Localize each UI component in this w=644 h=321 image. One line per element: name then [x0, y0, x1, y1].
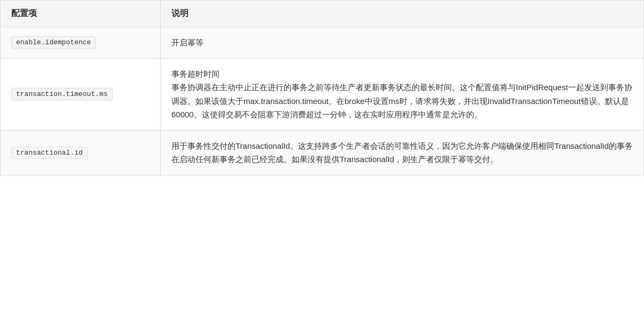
config-desc-cell: 用于事务性交付的TransactionalId。这支持跨多个生产者会话的可靠性语…	[161, 130, 644, 175]
config-key-cell: transaction.timeout.ms	[1, 58, 161, 130]
config-key-cell: transactional.id	[1, 130, 161, 175]
table-row: transactional.id用于事务性交付的TransactionalId。…	[1, 130, 644, 175]
config-key-label: enable.idempotence	[11, 36, 96, 49]
table-row: transaction.timeout.ms事务超时时间事务协调器在主动中止正在…	[1, 58, 644, 130]
table-row: enable.idempotence开启幂等	[1, 27, 644, 59]
col-header-key: 配置项	[1, 1, 161, 27]
config-table: 配置项 说明 enable.idempotence开启幂等transaction…	[0, 0, 644, 175]
config-desc-cell: 事务超时时间事务协调器在主动中止正在进行的事务之前等待生产者更新事务状态的最长时…	[161, 58, 644, 130]
config-desc-cell: 开启幂等	[161, 27, 644, 59]
config-key-label: transaction.timeout.ms	[11, 88, 113, 100]
config-key-cell: enable.idempotence	[1, 27, 161, 59]
config-key-label: transactional.id	[11, 147, 88, 159]
col-header-desc: 说明	[161, 1, 644, 27]
